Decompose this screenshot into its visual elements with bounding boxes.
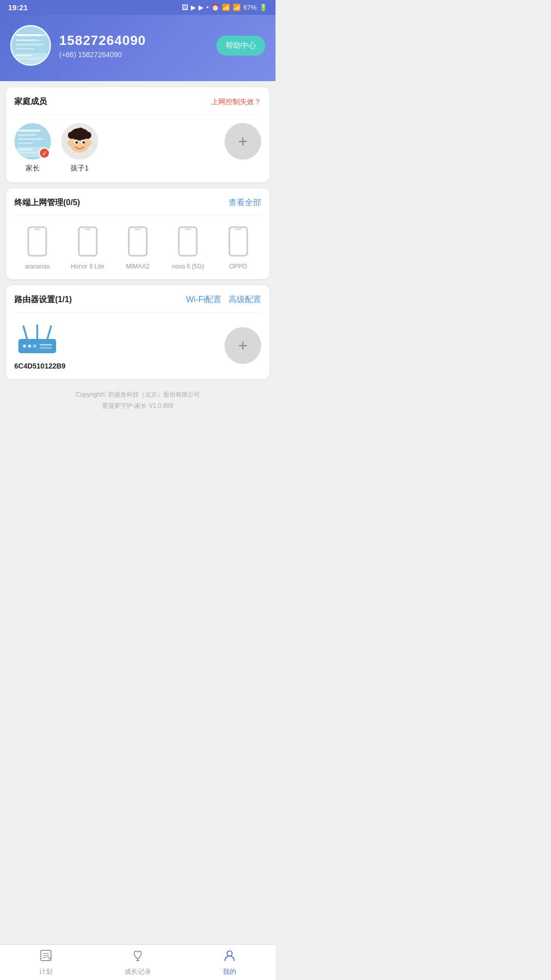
main-content: 家庭成员 上网控制失效？ — [0, 81, 276, 454]
user-info: 15827264090 (+86) 15827264090 — [59, 33, 208, 59]
router-mac: 6C4D510122B9 — [14, 362, 65, 370]
svg-rect-48 — [40, 347, 52, 349]
members-row: ✓ 家长 — [14, 123, 261, 173]
battery-icon: 🔋 — [259, 4, 267, 11]
svg-point-19 — [68, 132, 75, 139]
svg-point-29 — [88, 140, 92, 145]
member-parent[interactable]: ✓ 家长 — [14, 123, 51, 173]
device-item-3[interactable]: nova 6 (5G) — [165, 224, 211, 270]
svg-point-26 — [76, 141, 78, 144]
copyright-section: Copyright© 韵盛发科技（北京）股份有限公司 爱菠萝守护-家长 V1.0… — [6, 385, 269, 413]
svg-rect-34 — [129, 227, 146, 256]
help-center-button[interactable]: 帮助中心 — [216, 36, 265, 56]
parent-check-badge: ✓ — [39, 148, 50, 159]
svg-rect-6 — [16, 55, 31, 56]
device-icon-2 — [124, 224, 151, 259]
child1-name: 孩子1 — [70, 164, 89, 173]
svg-rect-9 — [18, 130, 41, 132]
phone-svg-1 — [78, 226, 98, 257]
svg-rect-39 — [235, 229, 241, 230]
device-item-2[interactable]: MIMAX2 — [115, 224, 161, 270]
status-time: 19:21 — [8, 3, 28, 12]
child-avatar-svg — [61, 123, 98, 160]
member-child1[interactable]: 孩子1 — [61, 123, 98, 173]
view-all-devices-button[interactable]: 查看全部 — [229, 198, 261, 208]
youtube-icon2: ▶ — [198, 4, 204, 11]
router-title: 路由器设置(1/1) — [14, 295, 72, 305]
router-row: 6C4D510122B9 + — [14, 321, 261, 370]
router-svg — [14, 324, 60, 357]
user-avatar[interactable] — [10, 25, 51, 66]
parent-name: 家长 — [26, 164, 40, 173]
svg-rect-47 — [40, 344, 52, 346]
device-item-0[interactable]: aiananas — [14, 224, 60, 270]
internet-control-alert[interactable]: 上网控制失效？ — [211, 97, 261, 107]
phone-svg-4 — [228, 226, 248, 257]
wifi-icon: 📶 — [222, 4, 230, 11]
wifi-config-button[interactable]: Wi-Fi配置 — [186, 295, 221, 305]
svg-rect-35 — [135, 229, 141, 230]
devices-card: 终端上网管理(0/5) 查看全部 aiananas — [6, 188, 269, 279]
svg-rect-1 — [16, 34, 41, 36]
svg-rect-3 — [16, 44, 44, 45]
router-card: 路由器设置(1/1) Wi-Fi配置 高级配置 — [6, 285, 269, 379]
svg-rect-14 — [18, 149, 32, 150]
device-item-4[interactable]: OPPO — [215, 224, 261, 270]
image-icon: 🖼 — [182, 4, 188, 11]
svg-rect-2 — [16, 39, 36, 41]
device-icon-4 — [225, 224, 252, 259]
youtube-icon: ▶ — [191, 4, 196, 11]
device-icon-0 — [24, 224, 51, 259]
svg-rect-11 — [18, 138, 43, 140]
signal-icon: 📶 — [233, 4, 241, 11]
router-divider — [14, 312, 261, 313]
svg-line-40 — [23, 326, 27, 339]
status-icons: 🖼 ▶ ▶ • ⏰ 📶 📶 67% 🔋 — [182, 4, 267, 11]
svg-point-45 — [28, 345, 31, 348]
devices-card-header: 终端上网管理(0/5) 查看全部 — [14, 198, 261, 208]
svg-rect-4 — [16, 48, 34, 50]
phone-svg-2 — [128, 226, 148, 257]
add-icon: + — [238, 132, 248, 151]
phone-svg-3 — [178, 226, 198, 257]
add-router-button[interactable]: + — [224, 327, 261, 364]
phone-number-intl: (+86) 15827264090 — [59, 51, 208, 59]
router-card-header: 路由器设置(1/1) Wi-Fi配置 高级配置 — [14, 295, 261, 305]
add-member-button[interactable]: + — [224, 123, 261, 160]
devices-title: 终端上网管理(0/5) — [14, 198, 80, 208]
devices-divider — [14, 215, 261, 216]
battery-text: 67% — [243, 4, 257, 11]
svg-rect-31 — [34, 229, 40, 230]
svg-rect-37 — [185, 229, 191, 230]
device-name-0: aiananas — [25, 263, 50, 270]
router-icon — [14, 321, 60, 357]
avatar-svg — [12, 27, 49, 64]
status-bar: 19:21 🖼 ▶ ▶ • ⏰ 📶 📶 67% 🔋 — [0, 0, 276, 15]
dot-icon: • — [206, 4, 209, 11]
family-members-card: 家庭成员 上网控制失效？ — [6, 87, 269, 182]
advanced-config-button[interactable]: 高级配置 — [229, 295, 261, 305]
family-card-header: 家庭成员 上网控制失效？ — [14, 96, 261, 107]
svg-rect-33 — [84, 229, 90, 230]
svg-point-28 — [67, 140, 71, 145]
device-name-3: nova 6 (5G) — [172, 263, 204, 270]
svg-point-44 — [23, 345, 26, 348]
copyright-line1: Copyright© 韵盛发科技（北京）股份有限公司 — [6, 389, 269, 401]
svg-rect-38 — [229, 227, 247, 256]
svg-rect-30 — [29, 227, 46, 256]
svg-line-42 — [47, 326, 51, 339]
alarm-icon: ⏰ — [211, 4, 219, 11]
device-item-1[interactable]: Honor 9 Lite — [64, 224, 110, 270]
family-divider — [14, 114, 261, 115]
phone-number: 15827264090 — [59, 33, 208, 48]
router-action-buttons: Wi-Fi配置 高级配置 — [186, 295, 261, 305]
device-name-1: Honor 9 Lite — [71, 263, 104, 270]
svg-rect-7 — [16, 58, 41, 59]
router-device-item[interactable]: 6C4D510122B9 — [14, 321, 65, 370]
device-icon-1 — [74, 224, 101, 259]
svg-point-27 — [83, 141, 85, 144]
add-router-icon: + — [238, 336, 248, 355]
child1-avatar-container — [61, 123, 98, 160]
svg-point-23 — [82, 130, 86, 134]
svg-rect-36 — [179, 227, 197, 256]
